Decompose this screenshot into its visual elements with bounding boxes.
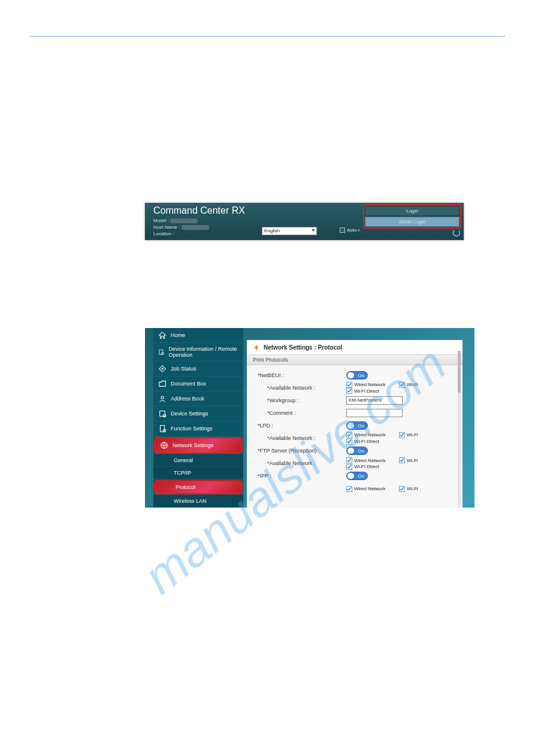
nav-device-settings-label: Device Settings [171,411,208,417]
checkbox-wifidirect-3[interactable] [346,464,352,470]
nav-home[interactable]: Home [153,328,243,343]
checkbox-wifidirect-2[interactable] [346,439,352,445]
model-value-redacted [170,218,198,223]
language-select[interactable]: English [262,227,317,235]
comment-label: *Comment : [258,410,346,416]
nav-protocol[interactable]: Protocol [154,480,243,494]
nav-device-info-label: Device Information / Remote Operation [168,346,238,358]
nav-device-info[interactable]: Device Information / Remote Operation [153,343,243,362]
svg-point-3 [162,368,164,370]
login-highlight-box: Login Admin Login [363,204,461,229]
nav-document-box-label: Document Box [171,381,206,387]
nav-address-book-label: Address Book [171,396,204,402]
top-rule [30,36,505,37]
scrollbar[interactable] [458,351,461,508]
nav-device-settings[interactable]: Device Settings [153,406,243,421]
home-icon [158,331,167,339]
document-icon [158,348,164,356]
svg-point-6 [163,414,165,417]
hostname-label: Host Name : [153,224,180,230]
checkbox-wifi[interactable] [399,382,405,388]
checkbox-wired-2[interactable] [346,432,352,438]
nav-wireless-lan[interactable]: Wireless LAN [153,495,243,508]
checkbox-icon [340,227,345,233]
device-settings-icon [158,409,167,418]
nav-job-status[interactable]: Job Status [153,362,243,377]
admin-login-button[interactable]: Admin Login [365,217,460,227]
checkbox-wifi-2[interactable] [399,432,405,438]
job-status-icon [158,365,167,373]
lpd-label: *LPD : [258,423,346,429]
ftp-avail-label: *Available Network : [258,460,346,466]
netbeui-toggle[interactable]: On [346,371,368,379]
main-content: Network Settings : Protocol Print Protoc… [247,340,463,508]
function-settings-icon [158,424,167,433]
svg-rect-7 [161,426,165,432]
location-label: Location : [153,231,174,236]
network-settings-panel: Home Device Information / Remote Operati… [145,328,474,508]
nav-address-book[interactable]: Address Book [153,391,243,406]
up-arrow-icon[interactable] [253,344,260,351]
auto-refresh-checkbox[interactable]: Auto-r [340,227,360,233]
ftp-toggle[interactable]: On [346,447,368,455]
netbeui-label: *NetBEUI : [258,372,346,378]
checkbox-wired[interactable] [346,382,352,388]
nav-protocol-label: Protocol [176,484,195,490]
nav-general[interactable]: General [153,454,243,467]
nav-wireless-lan-label: Wireless LAN [174,498,207,504]
section-print-protocols: Print Protocols [247,355,463,365]
nav-general-label: General [174,457,193,463]
svg-rect-5 [160,411,165,417]
nav-tcpip-label: TCP/IP [174,470,191,476]
workgroup-label: *Workgroup : [258,397,346,403]
auto-refresh-label: Auto-r [347,227,360,233]
refresh-icon[interactable] [453,229,460,236]
wifi-label: Wi-Fi [407,382,418,387]
ccr-header: Command Center RX Model : Host Name : Lo… [145,203,464,240]
svg-point-4 [161,396,164,399]
workgroup-input[interactable]: KM-NetPrinters [346,396,403,405]
checkbox-wifi-3[interactable] [399,457,405,463]
wired-label: Wired Network [354,382,385,387]
checkbox-wifi-4[interactable] [399,486,405,492]
checkbox-wired-3[interactable] [346,457,352,463]
breadcrumb-text: Network Settings : Protocol [264,344,342,351]
nav-function-settings-label: Function Settings [171,426,213,432]
scrollbar-thumb[interactable] [458,351,461,393]
ipp-toggle[interactable]: On [346,472,368,480]
nav-document-box[interactable]: Document Box [153,377,243,391]
folder-icon [158,379,167,388]
netbeui-avail-label: *Available Network : [258,385,346,391]
ftp-label: *FTP Server (Reception) : [258,448,346,454]
nav-home-label: Home [171,332,185,338]
lpd-toggle[interactable]: On [346,421,368,430]
wifidirect-label: Wi-Fi Direct [354,388,379,394]
ipp-label: *IPP : [258,473,346,479]
address-book-icon [158,394,167,403]
sidebar-nav: Home Device Information / Remote Operati… [153,328,243,508]
login-button[interactable]: Login [365,206,460,216]
globe-icon [160,441,168,450]
nav-function-settings[interactable]: Function Settings [153,421,243,436]
nav-tcpip[interactable]: TCP/IP [153,467,243,479]
model-label: Model : [153,218,169,223]
breadcrumb: Network Settings : Protocol [247,340,463,355]
nav-job-status-label: Job Status [171,366,197,372]
checkbox-wifidirect[interactable] [346,388,352,394]
lpd-avail-label: *Available Network : [258,435,346,441]
nav-network-settings[interactable]: Network Settings [154,437,243,454]
nav-network-settings-label: Network Settings [173,442,213,448]
checkbox-wired-4[interactable] [346,486,352,492]
comment-input[interactable] [346,409,403,417]
hostname-value-redacted [182,225,209,230]
